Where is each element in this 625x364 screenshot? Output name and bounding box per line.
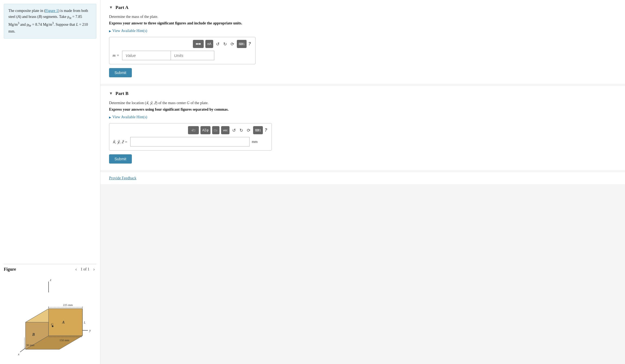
svg-text:225 mm: 225 mm [63, 303, 73, 306]
figure-link[interactable]: Figure 1 [45, 9, 58, 13]
part-b-answer-box: √□ ΑΣφ □↓ vec ↺ ↻ ⟳ ⌨1 ? [109, 123, 272, 151]
keyboard-icon-b: ⌨1 [255, 129, 261, 132]
part-b-misc-btn[interactable]: □↓ [212, 126, 219, 134]
part-b-toolbar: √□ ΑΣφ □↓ vec ↺ ↻ ⟳ ⌨1 ? [113, 126, 268, 134]
part-a-input-label: m = [113, 53, 119, 58]
part-a-help-btn[interactable]: ? [248, 41, 251, 46]
part-b-units-label: mm [252, 140, 258, 144]
problem-text: The composite plate in (Figure 1) is mad… [4, 4, 96, 39]
figure-title: Figure [4, 267, 16, 272]
fraction-root-icon: √□ [192, 128, 195, 132]
part-b-greek-btn[interactable]: ΑΣφ [200, 126, 211, 134]
part-b-vec-btn[interactable]: vec [221, 126, 229, 134]
part-b-redo-btn[interactable]: ↻ [238, 126, 244, 134]
part-b-answer-input[interactable] [130, 137, 250, 146]
part-a-hint-label: View Available Hint(s) [112, 29, 147, 33]
part-a-value-input[interactable] [122, 51, 171, 60]
right-panel: ▼ Part A Determine the mass of the plate… [100, 0, 625, 364]
svg-text:30 mm: 30 mm [26, 343, 34, 347]
figure-svg: z y x 225 mm [4, 276, 96, 360]
vec-icon: vec [223, 129, 228, 132]
symbol-icon: nA [207, 42, 211, 46]
part-a-units-input[interactable] [171, 51, 214, 60]
part-a-section: ▼ Part A Determine the mass of the plate… [100, 0, 625, 84]
part-b-help-btn[interactable]: ? [264, 128, 267, 133]
svg-text:A: A [62, 320, 65, 324]
part-a-undo-btn[interactable]: ↺ [215, 40, 221, 48]
part-b-hint-label: View Available Hint(s) [112, 115, 147, 119]
svg-text:150 mm: 150 mm [59, 339, 69, 342]
provide-feedback-link[interactable]: Provide Feedback [100, 172, 625, 184]
part-b-label: Part B [116, 91, 129, 96]
svg-marker-8 [49, 309, 82, 336]
figure-nav: ‹ 1 of 1 › [74, 266, 96, 272]
part-a-redo-btn[interactable]: ↻ [222, 40, 228, 48]
misc-icon: □↓ [214, 128, 218, 132]
part-b-hint-link[interactable]: View Available Hint(s) [109, 115, 616, 119]
greek-icon: ΑΣφ [202, 128, 209, 132]
fraction-icon [195, 41, 201, 47]
part-b-submit-button[interactable]: Submit [109, 154, 132, 164]
part-a-answer-box: nA ↺ ↻ ⟳ ⌨1 ? m = [109, 37, 256, 64]
figure-page: 1 of 1 [81, 267, 90, 272]
svg-text:y: y [89, 328, 91, 332]
part-a-input-row: m = [113, 51, 252, 60]
part-a-toolbar: nA ↺ ↻ ⟳ ⌨1 ? [113, 40, 252, 48]
svg-text:B: B [32, 333, 35, 337]
part-a-label: Part A [116, 5, 129, 10]
part-b-fraction-btn[interactable]: √□ [188, 126, 199, 134]
figure-prev-button[interactable]: ‹ [74, 266, 78, 272]
part-a-keyboard-btn[interactable]: ⌨1 [237, 40, 247, 48]
part-a-submit-button[interactable]: Submit [109, 68, 132, 77]
part-a-symbol-btn[interactable]: nA [205, 40, 213, 48]
part-a-description: Determine the mass of the plate. [109, 15, 616, 19]
part-b-section: ▼ Part B Determine the location (x̄, ȳ, … [100, 86, 625, 170]
part-a-fraction-btn[interactable] [193, 40, 204, 48]
svg-text:z: z [50, 278, 51, 282]
part-a-refresh-btn[interactable]: ⟳ [229, 40, 235, 48]
svg-text:L: L [84, 321, 86, 324]
part-b-undo-btn[interactable]: ↺ [231, 126, 237, 134]
left-panel: The composite plate in (Figure 1) is mad… [0, 0, 100, 364]
svg-text:G: G [51, 323, 53, 326]
part-b-collapse-arrow[interactable]: ▼ [109, 91, 113, 96]
figure-next-button[interactable]: › [92, 266, 96, 272]
part-a-instruction: Express your answer to three significant… [109, 21, 616, 25]
part-a-hint-link[interactable]: View Available Hint(s) [109, 29, 616, 33]
figure-header: Figure ‹ 1 of 1 › [4, 264, 96, 274]
part-b-refresh-btn[interactable]: ⟳ [246, 126, 251, 134]
part-a-collapse-arrow[interactable]: ▼ [109, 5, 113, 10]
part-b-input-label: x̄, ȳ, z̄ = [113, 139, 127, 144]
keyboard-icon: ⌨1 [239, 42, 245, 46]
part-b-keyboard-btn[interactable]: ⌨1 [253, 126, 263, 134]
part-b-header: ▼ Part B [109, 91, 616, 96]
figure-canvas: z y x 225 mm [4, 276, 96, 360]
figure-section: Figure ‹ 1 of 1 › z y x [0, 264, 100, 364]
part-a-header: ▼ Part A [109, 5, 616, 10]
part-b-description: Determine the location (x̄, ȳ, z̄) of th… [109, 101, 616, 105]
part-b-instruction: Express your answers using four signific… [109, 107, 616, 112]
svg-text:x: x [18, 352, 20, 356]
part-b-input-row: x̄, ȳ, z̄ = mm [113, 137, 268, 146]
